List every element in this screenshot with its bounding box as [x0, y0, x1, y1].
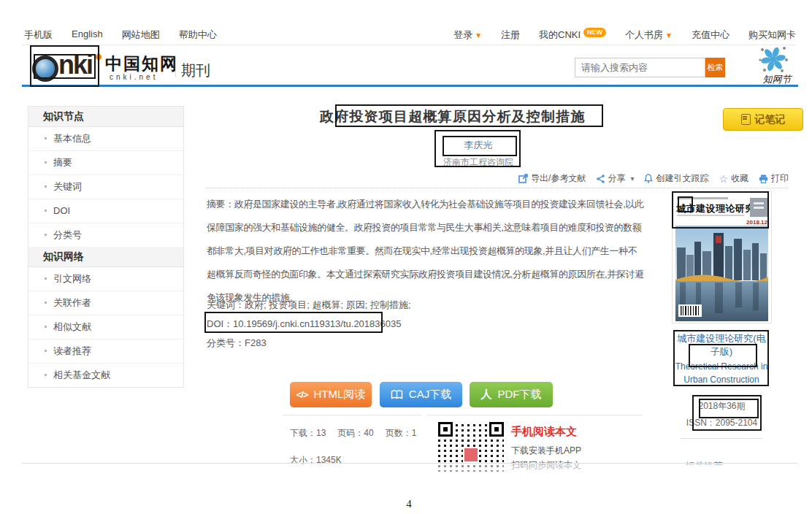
mobile-read-title: 手机阅读本文 — [511, 425, 577, 439]
journal-cover[interactable]: 城市建设理论研究 2018.12 — [672, 191, 772, 323]
new-badge: NEW — [583, 28, 606, 37]
bullet-icon — [45, 326, 47, 328]
personal-library-link[interactable]: 个人书房▼ — [625, 28, 673, 42]
cnki-globe-icon[interactable] — [32, 55, 58, 82]
cnki-logo[interactable]: nki — [58, 50, 92, 80]
mobile-divider — [427, 415, 643, 415]
article-action-bar: 导出/参考文献 分享▾ 创建引文跟踪 ☆ 收藏 打印 — [518, 172, 789, 185]
cover-issue-label: 2018.12 — [746, 219, 767, 226]
abstract-line: 都非常大,项目对政府的工作也非常重要。然而在现实中,经常出现投资超概算的现象,并… — [207, 239, 644, 263]
sidebar-header-knowledge-node: 知识节点 — [28, 107, 183, 127]
print-link[interactable]: 打印 — [759, 172, 789, 185]
nav-link[interactable]: English — [72, 28, 103, 42]
cover-photo — [675, 226, 768, 321]
classification-line: 分类号：F283 — [207, 337, 267, 350]
citation-track-link[interactable]: 创建引文跟踪 — [644, 172, 708, 185]
document-page-number: 4 — [380, 498, 438, 510]
bullet-icon — [45, 161, 47, 164]
take-note-button[interactable]: 记笔记 — [723, 108, 803, 131]
buy-card-link[interactable]: 购买知网卡 — [748, 28, 796, 42]
header-blue-divider — [22, 85, 798, 87]
sidebar-item[interactable]: 基本信息 — [28, 127, 183, 151]
bottom-overlay-bar — [22, 463, 797, 472]
sidebar-item[interactable]: 摘要 — [28, 151, 183, 175]
journal-name-link[interactable]: 城市建设理论研究(电子版) — [675, 332, 767, 358]
abstract-line: 保障国家的强大和基础设施的健全。政府投资的项目常常与民生大事相关,这意味着项目的… — [207, 216, 644, 239]
nav-link[interactable]: 手机版 — [24, 28, 53, 42]
page: 手机版English网站地图帮助中心 登录▼ 注册 我的CNKINEW 个人书房… — [0, 0, 812, 514]
share-link[interactable]: 分享▾ — [596, 172, 634, 185]
abstract: 摘要：政府是国家建设的主导者,政府通过将国家收入转化为社会基础设施等项目的投资建… — [207, 193, 644, 310]
sidebar-item[interactable]: 关键词 — [28, 175, 183, 199]
downloads-count: 下载：13 — [290, 427, 326, 440]
bullet-icon — [45, 374, 47, 376]
page-number-info: 页码：40 — [337, 427, 373, 440]
cover-top-bar — [677, 197, 728, 199]
qr-seal-icon — [464, 448, 478, 461]
dotted-divider — [206, 188, 789, 188]
caj-download-button[interactable]: CAJ下载 — [380, 382, 462, 407]
cover-journal-title: 城市建设理论研究 — [676, 202, 755, 215]
abstract-line: 超概算反而奇怪的负面印象。本文通过探索研究实际政府投资项目建设情况,分析超概算的… — [207, 263, 644, 286]
book-icon — [391, 390, 403, 400]
html-read-button[interactable]: </>HTML阅读 — [290, 382, 372, 407]
sidebar: 知识节点 基本信息摘要关键词DOI分类号 知识网络 引文网络关联作者相似文献读者… — [28, 106, 184, 388]
section-title-journal: 期刊 — [181, 61, 210, 80]
bullet-icon — [45, 350, 47, 352]
qr-finder-icon — [489, 422, 504, 437]
nav-link[interactable]: 帮助中心 — [179, 28, 217, 42]
chevron-down-icon: ▾ — [630, 174, 634, 183]
bullet-icon — [45, 302, 47, 304]
search-input[interactable] — [575, 58, 705, 77]
recharge-link[interactable]: 充值中心 — [692, 28, 729, 42]
bullet-icon — [45, 277, 47, 280]
share-icon — [596, 174, 605, 183]
author-affiliation[interactable]: 济南市工程咨询院 — [427, 156, 529, 169]
bullet-icon — [45, 185, 47, 188]
code-icon: </> — [296, 389, 308, 400]
star-icon: ☆ — [719, 174, 728, 183]
cnki-logo-chinese[interactable]: 中国知网 — [105, 53, 178, 75]
journal-issn: ISSN：2095-2104 — [672, 417, 772, 429]
keywords-line[interactable]: 关键词：政府; 投资项目; 超概算; 原因; 控制措施; — [207, 299, 411, 312]
top-nav-left: 手机版English网站地图帮助中心 — [24, 28, 217, 42]
printer-icon — [759, 174, 768, 183]
sidebar-group-knowledge-network: 引文网络关联作者相似文献读者推荐相关基金文献 — [28, 267, 183, 387]
favorite-link[interactable]: ☆ 收藏 — [719, 172, 748, 185]
journal-issue[interactable]: 2018年36期 — [672, 400, 772, 413]
notebook-icon — [741, 114, 751, 125]
export-icon — [518, 174, 528, 183]
doi-line: DOI：10.19569/j.cnki.cn119313/tu.20183603… — [207, 318, 401, 331]
top-nav: 手机版English网站地图帮助中心 登录▼ 注册 我的CNKINEW 个人书房… — [22, 22, 796, 45]
search-button[interactable]: 检索 — [705, 58, 725, 77]
nav-link[interactable]: 网站地图 — [122, 28, 160, 42]
chevron-down-icon: ▼ — [475, 31, 482, 39]
sidebar-item[interactable]: 读者推荐 — [28, 340, 183, 364]
sidebar-item[interactable]: 分类号 — [28, 223, 183, 247]
sidebar-item[interactable]: DOI — [28, 199, 183, 223]
stats-divider — [283, 415, 421, 415]
chevron-down-icon: ▼ — [665, 31, 673, 39]
bullet-icon — [45, 210, 47, 212]
sidebar-item[interactable]: 关联作者 — [28, 291, 183, 315]
sidebar-item[interactable]: 相似文献 — [28, 315, 183, 340]
author-link[interactable]: 李庆光 — [434, 139, 522, 152]
sidebar-item[interactable]: 相关基金文献 — [28, 364, 183, 387]
sidebar-item[interactable]: 引文网络 — [28, 267, 183, 291]
my-cnki-link[interactable]: 我的CNKINEW — [539, 28, 606, 42]
bullet-icon — [45, 137, 47, 139]
register-link[interactable]: 注册 — [501, 28, 520, 42]
export-reference-link[interactable]: 导出/参考文献 — [518, 172, 586, 185]
journal-name-english[interactable]: Theoretical Research in Urban Constructi… — [674, 360, 769, 386]
journal-divider — [681, 438, 762, 439]
article-title: 政府投资项目超概算原因分析及控制措施 — [320, 107, 586, 126]
pdf-download-button[interactable]: 人PDF下载 — [470, 382, 553, 407]
bell-icon — [644, 174, 653, 183]
page-count-info: 页数：1 — [386, 427, 417, 440]
login-link[interactable]: 登录▼ — [453, 28, 482, 42]
mobile-read-line1: 下载安装手机APP — [511, 445, 581, 457]
top-nav-right: 登录▼ 注册 我的CNKINEW 个人书房▼ 充值中心 购买知网卡 — [453, 28, 796, 42]
cnki-logo-dot-icon — [96, 54, 102, 60]
acrobat-icon: 人 — [481, 388, 492, 402]
article-stats: 下载：13 页码：40 页数：1 — [290, 427, 416, 440]
